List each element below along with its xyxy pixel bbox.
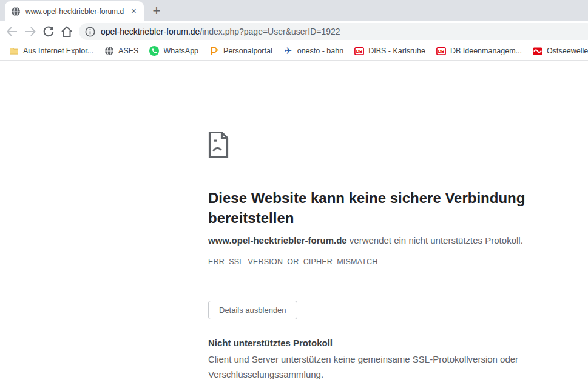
details-text: Client und Server unterstützen keine gem…	[208, 352, 536, 382]
browser-window: www.opel-hecktriebler-forum.de × +	[0, 0, 588, 391]
bookmark-aus-internet-explorer[interactable]: Aus Internet Explor...	[4, 44, 99, 58]
details-toggle-button[interactable]: Details ausblenden	[208, 301, 297, 319]
forward-button[interactable]	[22, 23, 39, 40]
svg-text:DB: DB	[356, 48, 363, 54]
reload-button[interactable]	[40, 23, 57, 40]
error-code: ERR_SSL_VERSION_OR_CIPHER_MISMATCH	[208, 258, 566, 266]
back-button[interactable]	[4, 23, 21, 40]
browser-tab[interactable]: www.opel-hecktriebler-forum.de ×	[5, 1, 144, 21]
db-logo-icon: DB	[354, 46, 364, 56]
sad-file-icon	[208, 131, 229, 158]
tab-title: www.opel-hecktriebler-forum.de	[25, 7, 124, 16]
new-tab-button[interactable]: +	[147, 2, 166, 20]
plus-icon: +	[153, 3, 161, 19]
airplane-icon: ✈	[283, 46, 293, 56]
bookmark-personalportal[interactable]: Personalportal	[204, 44, 278, 58]
tab-strip: www.opel-hecktriebler-forum.de × +	[0, 0, 588, 21]
bookmark-label: Ostseewelle HIT-RA...	[547, 47, 588, 55]
error-message-text: verwendet ein nicht unterstütztes Protok…	[347, 235, 523, 246]
url-domain: opel-hecktriebler-forum.de	[101, 27, 200, 36]
ostseewelle-icon	[533, 46, 542, 56]
address-bar[interactable]: opel-hecktriebler-forum.de/index.php?pag…	[79, 23, 588, 40]
error-title: Diese Website kann keine sichere Verbind…	[208, 188, 566, 228]
url-path: /index.php?page=User&userID=1922	[200, 27, 340, 36]
folder-icon	[9, 46, 19, 56]
personalportal-icon	[209, 46, 219, 56]
bookmark-ases[interactable]: ASES	[99, 44, 144, 58]
page-content: Diese Website kann keine sichere Verbind…	[0, 61, 588, 390]
home-button[interactable]	[58, 23, 75, 40]
navigation-toolbar: opel-hecktriebler-forum.de/index.php?pag…	[0, 21, 588, 42]
db-logo-icon: DB	[436, 46, 446, 56]
bookmark-dibs-karlsruhe[interactable]: DB DIBS - Karlsruhe	[349, 44, 431, 58]
bookmark-label: DIBS - Karlsruhe	[368, 47, 425, 55]
reload-icon	[41, 24, 56, 39]
ssl-error-panel: Diese Website kann keine sichere Verbind…	[208, 131, 566, 382]
bookmark-ostseewelle[interactable]: Ostseewelle HIT-RA...	[527, 44, 588, 58]
bookmark-onesto-bahn[interactable]: ✈ onesto - bahn	[278, 44, 349, 58]
globe-icon	[11, 7, 21, 16]
error-domain: www.opel-hecktriebler-forum.de	[208, 235, 347, 246]
svg-text:DB: DB	[438, 48, 445, 54]
details-heading: Nicht unterstütztes Protokoll	[208, 338, 566, 348]
bookmark-whatsapp[interactable]: WhatsApp	[144, 44, 204, 58]
globe-icon	[104, 46, 114, 56]
bookmark-label: Personalportal	[223, 47, 272, 55]
whatsapp-icon	[149, 46, 159, 56]
bookmark-label: WhatsApp	[163, 47, 198, 55]
home-icon	[59, 24, 74, 39]
bookmark-db-ideenmanagement[interactable]: DB DB Ideenmanagem...	[431, 44, 527, 58]
site-info-icon[interactable]	[85, 27, 95, 37]
bookmark-label: DB Ideenmanagem...	[450, 47, 522, 55]
error-message: www.opel-hecktriebler-forum.de verwendet…	[208, 235, 566, 246]
bookmarks-bar: Aus Internet Explor... ASES WhatsApp	[0, 42, 588, 61]
bookmark-label: ASES	[118, 47, 138, 55]
forward-arrow-icon	[23, 24, 38, 39]
bookmark-label: Aus Internet Explor...	[23, 47, 93, 55]
tab-close-icon[interactable]: ×	[129, 6, 139, 16]
url-text: opel-hecktriebler-forum.de/index.php?pag…	[101, 27, 340, 36]
back-arrow-icon	[5, 24, 19, 39]
bookmark-label: onesto - bahn	[297, 47, 343, 55]
